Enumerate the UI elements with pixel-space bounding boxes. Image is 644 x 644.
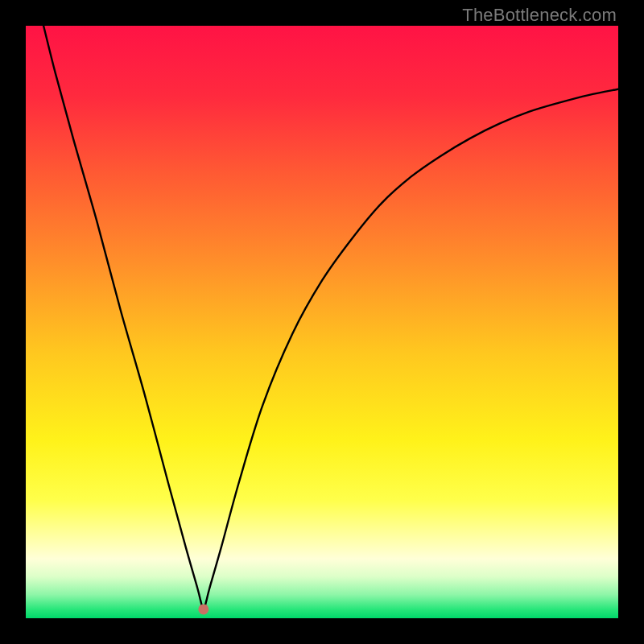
watermark-text: TheBottleneck.com	[462, 5, 617, 26]
chart-frame	[26, 26, 618, 618]
chart-svg	[26, 26, 618, 618]
chart-background	[26, 26, 618, 618]
minimum-marker	[198, 604, 208, 614]
